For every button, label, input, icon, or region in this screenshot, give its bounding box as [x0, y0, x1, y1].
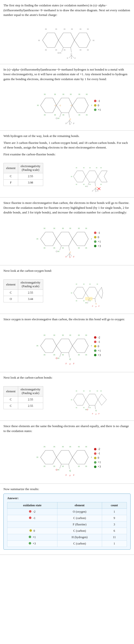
svg-text:H: H: [55, 49, 57, 51]
svg-text:C: C: [69, 251, 71, 254]
cf-molecule-colored: H H H H H H H H H H H H H C F F F H O: [4, 217, 130, 262]
svg-line-152: [60, 353, 61, 357]
svg-line-77: [95, 188, 97, 190]
svg-text:H: H: [76, 167, 77, 168]
legend-1: -1 0 +1: [94, 99, 101, 112]
svg-marker-112: [86, 287, 98, 298]
legend-2: -1 0 +1 +3: [94, 231, 101, 248]
svg-text:H: H: [100, 390, 102, 392]
svg-text:H: H: [80, 49, 81, 51]
svg-text:H: H: [37, 104, 39, 106]
element-cell: O (oxygen): [57, 508, 102, 515]
dot-plus1: [94, 108, 96, 111]
svg-line-123: [95, 298, 95, 302]
svg-text:F: F: [74, 57, 76, 58]
svg-marker-132: [56, 339, 72, 353]
svg-line-196: [60, 464, 61, 468]
co-en-c: 2.55: [18, 290, 43, 296]
svg-text:H: H: [85, 354, 87, 356]
svg-marker-58: [73, 171, 86, 182]
svg-text:H: H: [78, 354, 80, 356]
svg-text:H: H: [44, 114, 46, 116]
svg-line-55: [60, 113, 61, 117]
svg-marker-59: [86, 171, 98, 182]
svg-text:F: F: [73, 256, 75, 258]
svg-text:H: H: [71, 292, 72, 294]
svg-text:H: H: [100, 167, 102, 168]
svg-text:H: H: [62, 247, 64, 249]
svg-text:H: H: [58, 357, 59, 360]
table-row: F 3.98: [4, 180, 43, 186]
dot4-plus1: [94, 461, 96, 464]
svg-text:H: H: [44, 227, 45, 230]
svg-text:H: H: [54, 446, 55, 448]
state-dot: [29, 536, 31, 538]
svg-text:O: O: [87, 408, 88, 411]
svg-text:F: F: [69, 123, 71, 125]
svg-text:H: H: [85, 247, 87, 249]
svg-marker-28: [41, 98, 56, 113]
cf-element-f: F: [4, 180, 18, 186]
svg-line-16: [71, 48, 71, 52]
svg-text:O: O: [56, 250, 57, 253]
table-row: +1H (hydrogen)11: [7, 534, 127, 540]
svg-text:H: H: [54, 354, 55, 356]
cc-element-c2: C: [4, 403, 18, 409]
svg-text:H: H: [86, 93, 88, 96]
svg-text:F: F: [69, 256, 71, 258]
svg-text:H: H: [44, 247, 45, 249]
label2-zero: 0: [98, 236, 99, 239]
svg-marker-111: [73, 287, 86, 298]
remaining-text3: First examine the carbon-fluorine bonds:: [4, 152, 130, 157]
svg-text:F: F: [98, 305, 100, 307]
cf-en-c: 2.55: [18, 173, 43, 180]
svg-marker-30: [72, 98, 88, 113]
svg-text:F: F: [66, 256, 67, 258]
svg-text:H: H: [78, 446, 80, 448]
svg-text:F: F: [71, 58, 72, 58]
svg-text:H: H: [54, 465, 55, 468]
cc-table-container: element electronegativity(Pauling scale)…: [4, 384, 43, 412]
svg-text:H: H: [37, 456, 38, 458]
svg-text:C: C: [95, 303, 97, 305]
cf-molecule-svg: H H H H H H H H H H C F F F: [68, 160, 108, 192]
cf-colored-svg: H H H H H H H H H H H H H C F F F H O: [33, 219, 92, 260]
svg-text:F: F: [73, 362, 75, 365]
svg-text:O: O: [87, 302, 88, 304]
svg-text:F: F: [66, 362, 67, 365]
svg-text:H: H: [54, 93, 56, 96]
svg-text:H: H: [70, 93, 72, 96]
svg-line-167: [95, 405, 95, 409]
table-row: O 3.44: [4, 296, 43, 302]
svg-text:H: H: [89, 283, 91, 285]
oxidation-state-cell: +3: [7, 540, 57, 547]
svg-text:C: C: [60, 104, 61, 106]
svg-text:H: H: [87, 28, 89, 30]
svg-line-47: [69, 113, 69, 118]
legend-4: -2 -1 0 +1 +3: [94, 447, 101, 468]
count-cell: 3: [102, 521, 127, 528]
dot3-minus2: [94, 336, 96, 339]
remaining-text2: There are 3 carbon-fluorine bonds, 1 car…: [4, 140, 130, 150]
label4-zero: 0: [98, 456, 99, 460]
dot2-plus1: [94, 240, 96, 243]
svg-text:H: H: [71, 28, 73, 30]
svg-marker-0: [43, 33, 58, 48]
summary-text: Now summarize the results:: [4, 487, 130, 492]
legend-item-zero: 0: [94, 104, 101, 107]
cc-colored-svg: H H H H H H H H H H H H H C F F F H O: [33, 438, 92, 478]
co-en-o: 3.44: [18, 296, 43, 302]
svg-text:F: F: [73, 474, 75, 476]
dot3-plus3: [94, 354, 96, 356]
hydrogen-section: In (s)−alpha−(trifluoromethyl)anthracene…: [0, 64, 134, 131]
cc-bond-intro-text: Next look at the carbon-carbon bonds:: [4, 375, 130, 380]
svg-marker-60: [98, 171, 107, 182]
svg-text:C: C: [95, 410, 97, 412]
cc-col-element: element: [4, 386, 18, 396]
label2-plus1: +1: [98, 240, 101, 244]
svg-text:H: H: [62, 465, 64, 468]
svg-marker-84: [41, 232, 56, 246]
dot4-zero: [94, 457, 96, 459]
svg-text:C: C: [69, 118, 71, 120]
cc-explanation-section: Since these elements are the same the bo…: [0, 421, 134, 484]
